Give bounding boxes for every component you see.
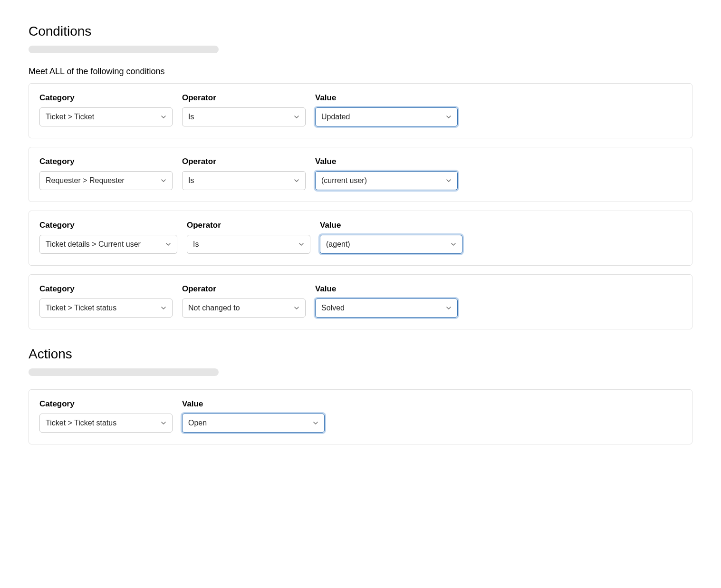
operator-select-value: Not changed to <box>188 304 240 312</box>
actions-description-placeholder <box>29 368 219 376</box>
operator-label: Operator <box>182 93 306 103</box>
value-label: Value <box>315 93 458 103</box>
category-select-value: Ticket > Ticket status <box>46 419 116 427</box>
chevron-down-icon <box>161 178 166 183</box>
operator-select[interactable]: Is <box>182 171 306 190</box>
operator-label: Operator <box>187 221 310 230</box>
condition-row: Category Ticket > Ticket status Operator… <box>29 274 692 329</box>
value-select-value: (agent) <box>326 240 350 249</box>
operator-select-value: Is <box>193 240 199 249</box>
value-label: Value <box>320 221 462 230</box>
chevron-down-icon <box>446 178 452 183</box>
category-select-value: Ticket > Ticket <box>46 113 94 121</box>
chevron-down-icon <box>165 241 171 247</box>
chevron-down-icon <box>294 305 299 311</box>
chevron-down-icon <box>161 114 166 120</box>
value-label: Value <box>182 399 325 409</box>
operator-select-value: Is <box>188 176 194 185</box>
chevron-down-icon <box>451 241 456 247</box>
chevron-down-icon <box>161 420 166 426</box>
operator-select[interactable]: Is <box>182 107 306 126</box>
operator-label: Operator <box>182 284 306 294</box>
chevron-down-icon <box>294 178 299 183</box>
category-select[interactable]: Ticket > Ticket status <box>39 414 173 433</box>
chevron-down-icon <box>446 305 452 311</box>
operator-select-value: Is <box>188 113 194 121</box>
operator-select[interactable]: Is <box>187 235 310 254</box>
value-label: Value <box>315 157 458 166</box>
value-select[interactable]: (agent) <box>320 235 462 254</box>
conditions-description-placeholder <box>29 46 219 53</box>
chevron-down-icon <box>446 114 452 120</box>
conditions-subheading: Meet ALL of the following conditions <box>29 67 692 77</box>
category-label: Category <box>39 284 173 294</box>
category-label: Category <box>39 221 177 230</box>
action-row: Category Ticket > Ticket status Value Op… <box>29 389 692 444</box>
category-select[interactable]: Ticket details > Current user <box>39 235 177 254</box>
category-label: Category <box>39 93 173 103</box>
value-select[interactable]: Solved <box>315 299 458 318</box>
category-select[interactable]: Requester > Requester <box>39 171 173 190</box>
value-select-value: Updated <box>321 113 350 121</box>
category-select-value: Ticket > Ticket status <box>46 304 116 312</box>
category-label: Category <box>39 399 173 409</box>
value-select[interactable]: (current user) <box>315 171 458 190</box>
actions-section: Actions Category Ticket > Ticket status … <box>29 347 692 444</box>
value-label: Value <box>315 284 458 294</box>
value-select-value: Solved <box>321 304 345 312</box>
conditions-section: Conditions Meet ALL of the following con… <box>29 24 692 329</box>
chevron-down-icon <box>294 114 299 120</box>
operator-select[interactable]: Not changed to <box>182 299 306 318</box>
condition-row: Category Ticket > Ticket Operator Is Val… <box>29 83 692 138</box>
value-select-value: (current user) <box>321 176 367 185</box>
category-label: Category <box>39 157 173 166</box>
value-select[interactable]: Updated <box>315 107 458 126</box>
chevron-down-icon <box>298 241 304 247</box>
operator-label: Operator <box>182 157 306 166</box>
value-select-value: Open <box>188 419 207 427</box>
condition-row: Category Requester > Requester Operator … <box>29 147 692 202</box>
value-select[interactable]: Open <box>182 414 325 433</box>
chevron-down-icon <box>161 305 166 311</box>
category-select-value: Ticket details > Current user <box>46 240 141 249</box>
actions-title: Actions <box>29 347 692 362</box>
chevron-down-icon <box>313 420 318 426</box>
category-select[interactable]: Ticket > Ticket status <box>39 299 173 318</box>
condition-row: Category Ticket details > Current user O… <box>29 211 692 266</box>
category-select[interactable]: Ticket > Ticket <box>39 107 173 126</box>
conditions-title: Conditions <box>29 24 692 39</box>
category-select-value: Requester > Requester <box>46 176 125 185</box>
